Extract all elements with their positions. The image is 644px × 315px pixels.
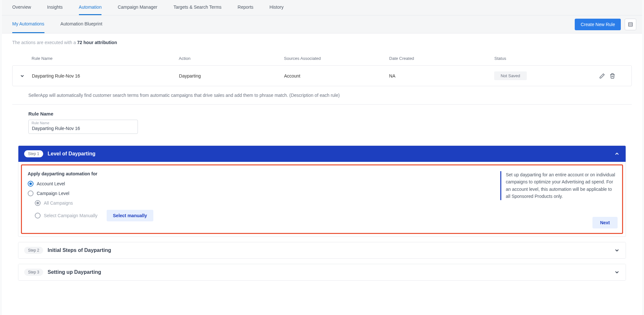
- pencil-icon: [599, 73, 605, 79]
- chevron-down-icon: [20, 73, 25, 79]
- radio-account-label: Account Level: [37, 181, 65, 186]
- step-2-panel: Step 2 Initial Steps of Dayparting: [18, 242, 626, 259]
- radio-campaign-level[interactable]: Campaign Level: [28, 190, 494, 196]
- col-rule-name: Rule Name: [32, 56, 179, 61]
- top-tabs: Overview Insights Automation Campaign Ma…: [2, 0, 642, 15]
- cell-rule-name: Dayparting Rule-Nov 16: [32, 73, 179, 79]
- step-3-title: Setting up Dayparting: [48, 269, 610, 275]
- tab-reports[interactable]: Reports: [238, 0, 254, 15]
- radio-select-manually[interactable]: Select Campaign Manually Select manually: [35, 210, 494, 221]
- tab-insights[interactable]: Insights: [47, 0, 62, 15]
- step-1-info: Set up dayparting for an entire account …: [500, 171, 616, 200]
- table-row: Dayparting Rule-Nov 16 Dayparting Accoun…: [12, 65, 632, 86]
- col-status: Status: [495, 56, 600, 61]
- rule-name-section: Rule Name Rule Name: [12, 105, 632, 140]
- col-date-created: Date Created: [389, 56, 494, 61]
- row-expand-toggle[interactable]: [13, 73, 32, 79]
- step-1-title: Level of Dayparting: [48, 151, 610, 157]
- step-3-header[interactable]: Step 3 Setting up Dayparting: [18, 264, 626, 280]
- radio-account-level[interactable]: Account Level: [28, 181, 494, 187]
- status-badge: Not Saved: [494, 71, 527, 80]
- rule-description: SellerApp will automatically find custom…: [12, 86, 632, 105]
- radio-icon: [35, 200, 41, 206]
- cell-sources: Account: [284, 73, 389, 79]
- tab-campaign-manager[interactable]: Campaign Manager: [118, 0, 157, 15]
- next-button[interactable]: Next: [592, 217, 618, 228]
- radio-all-campaigns[interactable]: All Campaigns: [35, 200, 494, 206]
- radio-all-campaigns-label: All Campaigns: [44, 200, 73, 206]
- rule-name-float-label: Rule Name: [32, 121, 49, 125]
- tab-targets-search-terms[interactable]: Targets & Search Terms: [173, 0, 221, 15]
- svg-rect-0: [629, 23, 632, 26]
- radio-campaign-label: Campaign Level: [37, 191, 69, 196]
- cell-date-created: NA: [389, 73, 494, 79]
- tab-history[interactable]: History: [270, 0, 284, 15]
- subtab-automation-blueprint[interactable]: Automation Blueprint: [61, 15, 102, 33]
- step-2-header[interactable]: Step 2 Initial Steps of Dayparting: [18, 242, 626, 258]
- sub-tabs-row: My Automations Automation Blueprint Crea…: [2, 15, 642, 33]
- create-new-rule-button[interactable]: Create New Rule: [575, 19, 621, 30]
- radio-icon: [28, 181, 34, 187]
- radio-icon: [28, 190, 34, 196]
- step-2-chip: Step 2: [24, 247, 43, 254]
- table-header: Rule Name Action Sources Associated Date…: [12, 51, 632, 65]
- select-manually-button[interactable]: Select manually: [107, 210, 154, 221]
- rules-table: Rule Name Action Sources Associated Date…: [2, 51, 642, 86]
- step-1-chip: Step 1: [24, 150, 43, 157]
- col-action: Action: [179, 56, 284, 61]
- trash-icon: [610, 73, 615, 79]
- step-1-panel: Step 1 Level of Dayparting Apply daypart…: [18, 145, 626, 237]
- dayparting-level-heading: Apply dayparting automation for: [28, 171, 494, 176]
- cell-action: Dayparting: [179, 73, 284, 79]
- tab-automation[interactable]: Automation: [79, 0, 102, 15]
- step-3-panel: Step 3 Setting up Dayparting: [18, 264, 626, 281]
- radio-select-manually-label: Select Campaign Manually: [44, 213, 98, 218]
- chevron-up-icon: [614, 151, 620, 157]
- list-icon: [628, 22, 633, 27]
- radio-icon: [35, 213, 41, 218]
- step-2-title: Initial Steps of Dayparting: [48, 247, 610, 253]
- chevron-down-icon: [614, 269, 620, 275]
- step-1-header[interactable]: Step 1 Level of Dayparting: [18, 146, 626, 162]
- rule-name-heading: Rule Name: [28, 111, 616, 116]
- step-1-body: Apply dayparting automation for Account …: [21, 164, 623, 234]
- edit-row-button[interactable]: [599, 73, 605, 79]
- col-sources: Sources Associated: [284, 56, 389, 61]
- chevron-down-icon: [614, 247, 620, 253]
- tab-overview[interactable]: Overview: [12, 0, 31, 15]
- list-icon-button[interactable]: [625, 19, 636, 30]
- delete-row-button[interactable]: [610, 73, 615, 79]
- subtab-my-automations[interactable]: My Automations: [12, 15, 44, 33]
- step-3-chip: Step 3: [24, 269, 43, 276]
- attribution-note: The actions are executed with a 72 hour …: [2, 33, 642, 51]
